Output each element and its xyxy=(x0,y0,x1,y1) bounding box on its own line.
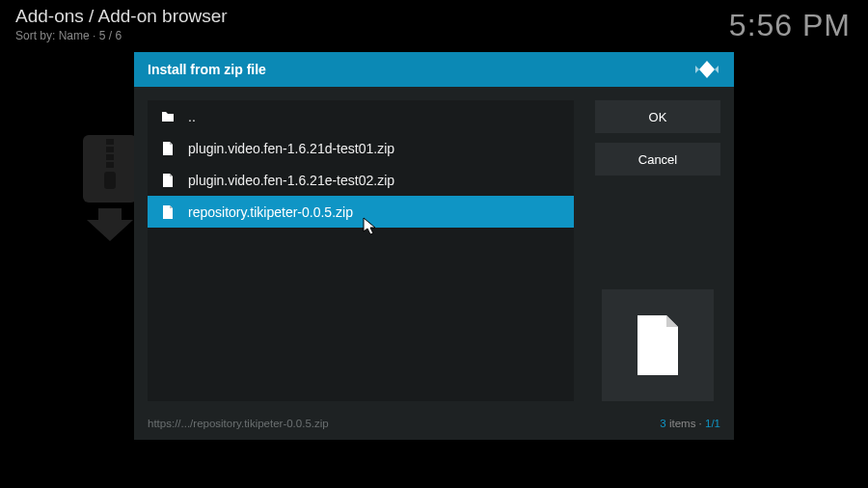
svg-rect-5 xyxy=(104,172,116,189)
sort-separator: · xyxy=(93,29,99,42)
file-row[interactable]: plugin.video.fen-1.6.21e-test02.zip xyxy=(148,164,574,196)
clock: 5:56 PM xyxy=(729,8,851,43)
file-row[interactable]: .. xyxy=(148,100,574,132)
dialog-titlebar: Install from zip file xyxy=(134,52,734,87)
footer-item-count: 3 xyxy=(660,418,665,429)
folder-icon xyxy=(161,109,175,124)
file-icon xyxy=(161,173,175,188)
svg-rect-3 xyxy=(106,154,114,160)
kodi-logo-icon xyxy=(693,59,720,80)
dialog-title-text: Install from zip file xyxy=(148,62,266,77)
footer-path: https://.../repository.tikipeter-0.0.5.z… xyxy=(148,418,329,429)
ok-button[interactable]: OK xyxy=(595,100,720,133)
file-icon xyxy=(634,315,682,375)
file-name: plugin.video.fen-1.6.21e-test02.zip xyxy=(188,173,394,188)
svg-rect-2 xyxy=(106,147,114,152)
svg-rect-4 xyxy=(106,162,114,168)
footer-count: 3 items · 1/1 xyxy=(660,418,720,429)
file-name: repository.tikipeter-0.0.5.zip xyxy=(188,204,353,220)
cancel-button[interactable]: Cancel xyxy=(595,143,720,176)
footer-page: 1/1 xyxy=(705,418,720,429)
file-name: plugin.video.fen-1.6.21d-test01.zip xyxy=(188,141,394,156)
file-row[interactable]: plugin.video.fen-1.6.21d-test01.zip xyxy=(148,132,574,164)
file-row[interactable]: repository.tikipeter-0.0.5.zip xyxy=(148,196,574,228)
svg-rect-1 xyxy=(106,139,114,145)
file-preview xyxy=(602,289,714,401)
file-icon xyxy=(161,141,175,156)
sort-label: Sort by: Name xyxy=(15,29,90,42)
sort-count: 5 / 6 xyxy=(99,29,122,42)
sort-info: Sort by: Name · 5 / 6 xyxy=(15,29,122,42)
file-name: .. xyxy=(188,109,196,124)
install-zip-dialog: Install from zip file ..plugin.video.fen… xyxy=(134,52,734,440)
file-list[interactable]: ..plugin.video.fen-1.6.21d-test01.zipplu… xyxy=(148,100,574,401)
breadcrumb: Add-ons / Add-on browser xyxy=(15,6,228,27)
file-icon xyxy=(161,204,175,220)
svg-rect-0 xyxy=(83,135,137,203)
